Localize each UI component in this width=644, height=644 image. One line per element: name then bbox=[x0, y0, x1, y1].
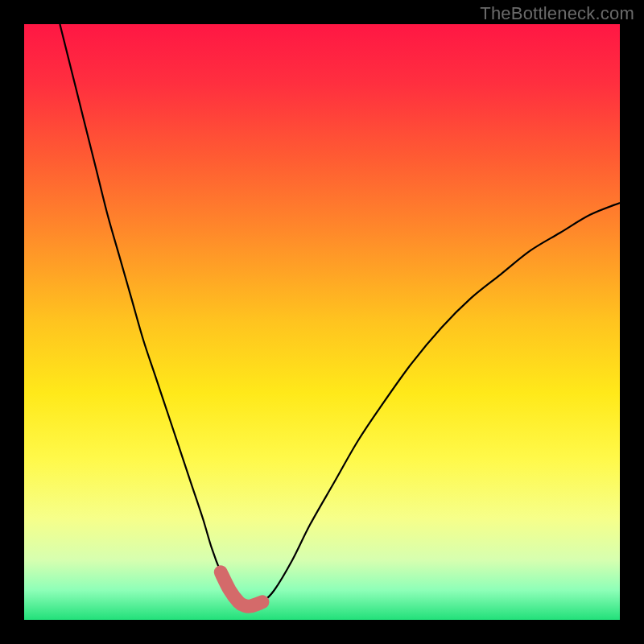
watermark-text: TheBottleneck.com bbox=[480, 3, 634, 24]
plot-area bbox=[24, 24, 620, 620]
chart-frame: TheBottleneck.com bbox=[0, 0, 644, 644]
bottleneck-chart bbox=[24, 24, 620, 620]
gradient-background bbox=[24, 24, 620, 620]
